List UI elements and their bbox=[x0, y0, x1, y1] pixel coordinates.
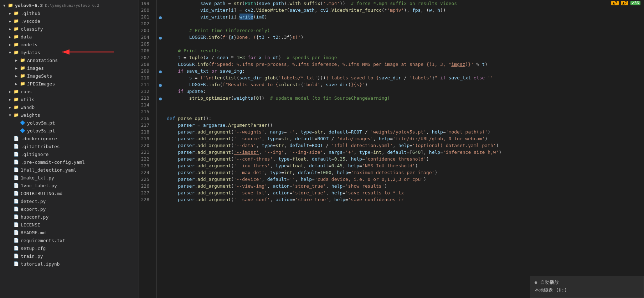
sidebar-item-annotations[interactable]: ▶ 📁 Annotations bbox=[0, 56, 139, 64]
sidebar-item-export[interactable]: 📄 export.py bbox=[0, 205, 139, 213]
code-line-220: parser.add_argument('--data', type=str, … bbox=[167, 142, 644, 149]
breakpoint-204 bbox=[159, 37, 162, 40]
code-line-210: s = f"\n{len(list(save_dir.glob('labels/… bbox=[167, 74, 644, 81]
sidebar-item-utils[interactable]: ▶ 📁 utils bbox=[0, 95, 139, 103]
gutter-221 bbox=[157, 149, 164, 156]
sidebar-item-yolov5m[interactable]: 🔷 yolov5m.pt bbox=[0, 119, 139, 127]
sidebar-item-classify[interactable]: ▶ 📁 classify bbox=[0, 25, 139, 33]
sidebar-item-jpegimages[interactable]: ▶ 📁 JPEGImages bbox=[0, 80, 139, 88]
code-line-214 bbox=[167, 101, 644, 108]
weights-arrow: ▼ bbox=[7, 113, 13, 117]
vscode-folder-icon: 📁 bbox=[13, 18, 19, 24]
code-line-217: parser = argparse.ArgumentParser() bbox=[167, 122, 644, 129]
code-line-206: # Print results bbox=[167, 47, 644, 54]
code-line-216: def parse_opt(): bbox=[167, 115, 644, 122]
sidebar-item-detect[interactable]: 📄 detect.py bbox=[0, 197, 139, 205]
sidebar-item-hubconf[interactable]: 📄 hubconf.py bbox=[0, 213, 139, 221]
sidebar-item-precommit[interactable]: 📄 .pre-commit-config.yaml bbox=[0, 158, 139, 166]
sidebar-item-gitignore[interactable]: 📄 .gitignore bbox=[0, 150, 139, 158]
yolov5m-label: yolov5m.pt bbox=[27, 120, 55, 126]
wandb-label: wandb bbox=[21, 105, 35, 110]
sidebar-root[interactable]: ▼ 📁 yolov5-6.2 D:\yangshuai\yolov5-6.2 bbox=[0, 1, 139, 9]
dockerignore-label: .dockerignore bbox=[21, 136, 57, 141]
sidebar-item-data[interactable]: ▶ 📁 data bbox=[0, 33, 139, 41]
license-icon: 📄 bbox=[13, 222, 19, 228]
train-icon: 📄 bbox=[13, 253, 19, 259]
breakpoint-201 bbox=[159, 16, 162, 19]
sidebar-item-tutorial[interactable]: 📄 tutorial.ipynb bbox=[0, 260, 139, 268]
sidebar-item-gitattributes[interactable]: 📄 .gitattributes bbox=[0, 142, 139, 150]
gutter-223 bbox=[157, 162, 164, 169]
sidebar-item-license[interactable]: 📄 LICENSE bbox=[0, 221, 139, 229]
sidebar-item-voclabel[interactable]: 📄 1voc_label.py bbox=[0, 182, 139, 189]
gutter-222 bbox=[157, 156, 164, 162]
sidebar-item-yolov5s[interactable]: 🔷 yolov5s.pt bbox=[0, 127, 139, 135]
gutter-211 bbox=[157, 81, 164, 88]
vscode-label: .vscode bbox=[21, 19, 40, 24]
sidebar-item-github[interactable]: ▶ 📁 .github bbox=[0, 9, 139, 17]
export-icon: 📄 bbox=[13, 206, 19, 212]
gutter-210 bbox=[157, 74, 164, 81]
file-explorer: ▼ 📁 yolov5-6.2 D:\yangshuai\yolov5-6.2 ▶… bbox=[0, 0, 139, 298]
gutter-225 bbox=[157, 176, 164, 183]
export-label: export.py bbox=[21, 206, 46, 212]
classify-label: classify bbox=[21, 26, 43, 32]
weights-folder-icon: 📁 bbox=[13, 112, 19, 118]
sidebar-item-dockerignore[interactable]: 📄 .dockerignore bbox=[0, 135, 139, 142]
gutter-215 bbox=[157, 108, 164, 115]
sidebar-item-falldetection[interactable]: 📄 1fall_detection.yaml bbox=[0, 166, 139, 174]
sidebar-item-maketxt[interactable]: 📄 1make_txt.py bbox=[0, 174, 139, 182]
contributing-label: CONTRIBUTING.md bbox=[21, 191, 62, 196]
utils-folder-icon: 📁 bbox=[13, 96, 19, 102]
sidebar-item-imagesets[interactable]: ▶ 📁 ImageSets bbox=[0, 72, 139, 80]
gutter-209 bbox=[157, 68, 164, 74]
gutter-213 bbox=[157, 95, 164, 101]
imagesets-arrow: ▶ bbox=[14, 74, 19, 78]
images-label: images bbox=[27, 66, 44, 71]
gutter-227 bbox=[157, 189, 164, 196]
voclabel-icon: 📄 bbox=[13, 183, 19, 188]
sidebar-item-images[interactable]: ▶ 📁 images bbox=[0, 64, 139, 72]
gitattr-label: .gitattributes bbox=[21, 144, 60, 149]
gutter-201 bbox=[157, 14, 164, 20]
code-line-199: save_path = str(Path(save_path).with_suf… bbox=[167, 0, 644, 7]
sidebar-item-wandb[interactable]: ▶ 📁 wandb bbox=[0, 103, 139, 111]
sidebar-item-train[interactable]: 📄 train.py bbox=[0, 252, 139, 260]
hubconf-label: hubconf.py bbox=[21, 214, 48, 220]
root-label: yolov5-6.2 bbox=[15, 3, 43, 8]
models-label: models bbox=[21, 42, 37, 47]
sidebar-item-weights[interactable]: ▼ 📁 weights bbox=[0, 111, 139, 119]
yolov5s-label: yolov5s.pt bbox=[27, 128, 55, 134]
code-line-222: parser.add_argument('--conf-thres', type… bbox=[167, 156, 644, 162]
models-arrow: ▶ bbox=[7, 43, 13, 47]
warning-count2: ▲7 bbox=[621, 1, 628, 5]
code-content[interactable]: save_path = str(Path(save_path).with_suf… bbox=[164, 0, 644, 298]
gutter-214 bbox=[157, 101, 164, 108]
gutter-216 bbox=[157, 115, 164, 122]
gutter-203 bbox=[157, 27, 164, 34]
data-arrow: ▶ bbox=[7, 35, 13, 39]
code-line-201: vid_writer[i].write(im0) bbox=[167, 14, 644, 20]
gitignore-icon: 📄 bbox=[13, 151, 19, 157]
code-line-202 bbox=[167, 20, 644, 27]
tooltip-text-2: 本地磁盘 (H:) bbox=[535, 287, 567, 293]
precommit-label: .pre-commit-config.yaml bbox=[21, 160, 85, 165]
gitignore-label: .gitignore bbox=[21, 152, 48, 157]
sidebar-item-requirements[interactable]: 📄 requirements.txt bbox=[0, 236, 139, 244]
setup-icon: 📄 bbox=[13, 245, 19, 251]
sidebar-item-runs[interactable]: ▶ 📁 runs bbox=[0, 88, 139, 95]
sidebar-item-models[interactable]: ▶ 📁 models bbox=[0, 41, 139, 48]
sidebar-item-contributing[interactable]: 📄 CONTRIBUTING.md bbox=[0, 189, 139, 197]
gutter-219 bbox=[157, 135, 164, 142]
gutter-218 bbox=[157, 129, 164, 135]
jpegimages-folder-icon: 📁 bbox=[19, 81, 26, 87]
code-area: 199 200 201 202 203 204 205 206 207 208 … bbox=[139, 0, 644, 298]
sidebar-item-readme[interactable]: 📄 README.md bbox=[0, 229, 139, 236]
github-folder-icon: 📁 bbox=[13, 10, 19, 16]
sidebar-item-setup[interactable]: 📄 setup.cfg bbox=[0, 244, 139, 252]
sidebar-item-vscode[interactable]: ▶ 📁 .vscode bbox=[0, 17, 139, 25]
falldetection-icon: 📄 bbox=[13, 167, 19, 173]
sidebar-item-mydatas[interactable]: ▼ 📁 mydatas bbox=[0, 48, 139, 56]
voclabel-label: 1voc_label.py bbox=[21, 183, 57, 188]
gutter-217 bbox=[157, 122, 164, 129]
